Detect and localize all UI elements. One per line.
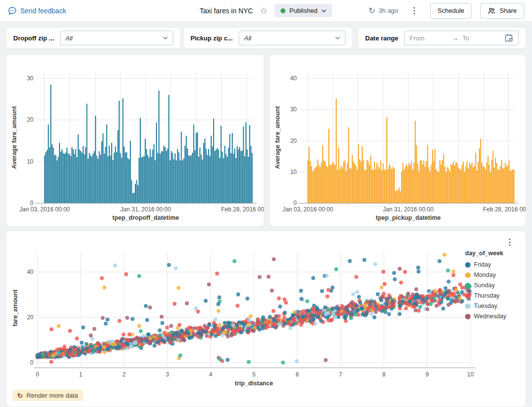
legend-label: Tuesday: [474, 303, 497, 309]
legend-dot-icon: [465, 293, 470, 299]
svg-text:4: 4: [209, 371, 213, 378]
legend-dot-icon: [465, 283, 470, 288]
svg-text:2: 2: [123, 371, 126, 378]
svg-text:Feb 28, 2016 00:00: Feb 28, 2016 00:00: [483, 206, 526, 213]
svg-text:1: 1: [79, 371, 83, 378]
svg-text:Average fare_amount: Average fare_amount: [11, 105, 18, 169]
schedule-button-label: Schedule: [438, 7, 464, 14]
legend-item-friday[interactable]: Friday: [465, 261, 506, 268]
date-from-placeholder: From: [409, 34, 447, 42]
legend-title: day_of_week: [465, 250, 506, 257]
legend-item-wednesday[interactable]: Wednesday: [465, 313, 506, 320]
legend-item-monday[interactable]: Monday: [465, 271, 506, 278]
render-more-label: Render more data: [27, 392, 78, 399]
chevron-down-icon: [321, 9, 326, 12]
svg-text:10: 10: [290, 169, 297, 175]
speech-bubble-icon: [8, 6, 17, 15]
star-icon[interactable]: ☆: [260, 6, 268, 15]
legend-item-thursday[interactable]: Thursday: [465, 292, 506, 299]
top-bar-right: ↻ 3h ago ⋮ Schedule Share: [332, 3, 524, 19]
svg-text:20: 20: [27, 116, 34, 123]
svg-text:Jan 31, 2016 00:00: Jan 31, 2016 00:00: [383, 206, 434, 213]
share-button[interactable]: Share: [480, 3, 524, 19]
svg-text:30: 30: [27, 75, 34, 82]
date-range-input[interactable]: From → To: [404, 31, 519, 45]
overflow-menu-icon[interactable]: ⋮: [407, 6, 421, 15]
svg-text:10: 10: [467, 371, 474, 378]
legend-label: Sunday: [474, 282, 495, 289]
legend-label: Friday: [474, 261, 491, 268]
svg-text:0: 0: [30, 200, 33, 206]
top-bar: Send feedback Taxi fares in NYC ☆ Publis…: [0, 0, 532, 22]
pickup-filter-value: All: [244, 34, 335, 42]
scatter-chart-menu-icon[interactable]: ⋮: [502, 238, 517, 246]
dropoff-bar-chart: 0102030Jan 03, 2016 00:00Jan 31, 2016 00…: [6, 55, 264, 226]
dropoff-chart-card: 0102030Jan 03, 2016 00:00Jan 31, 2016 00…: [6, 54, 264, 227]
pickup-bar-chart: 010203040Jan 03, 2016 00:00Jan 31, 2016 …: [270, 55, 526, 226]
legend-item-tuesday[interactable]: Tuesday: [465, 303, 506, 309]
svg-text:8: 8: [382, 371, 386, 378]
calendar-icon: [504, 34, 513, 42]
svg-text:Average fare_amount: Average fare_amount: [274, 105, 281, 169]
svg-text:tpep_pickup_datetime: tpep_pickup_datetime: [376, 214, 441, 221]
svg-text:0: 0: [30, 359, 33, 366]
svg-text:3: 3: [166, 371, 169, 378]
svg-text:20: 20: [27, 314, 34, 321]
svg-text:40: 40: [27, 269, 34, 275]
svg-text:Feb 28, 2016 00:00: Feb 28, 2016 00:00: [221, 206, 264, 213]
refresh-icon: ↻: [369, 7, 375, 15]
last-refresh-time: 3h ago: [378, 7, 398, 14]
publish-status-dropdown[interactable]: Published: [275, 4, 332, 17]
scatter-chart-card: ⋮ 01234567891002040trip_distancefare_amo…: [6, 231, 526, 407]
legend-label: Wednesday: [474, 313, 506, 320]
svg-text:7: 7: [339, 371, 343, 378]
render-more-data-button[interactable]: ↻ Render more data: [12, 390, 83, 401]
svg-text:0: 0: [36, 371, 39, 378]
dropoff-filter-value: All: [65, 34, 163, 42]
svg-text:Jan 03, 2016 00:00: Jan 03, 2016 00:00: [282, 206, 333, 213]
send-feedback-link[interactable]: Send feedback: [8, 6, 66, 15]
svg-text:5: 5: [252, 371, 256, 378]
share-button-label: Share: [500, 7, 517, 14]
scatter-chart: 01234567891002040trip_distancefare_amoun…: [6, 231, 526, 407]
svg-text:30: 30: [290, 106, 297, 113]
svg-text:Jan 03, 2016 00:00: Jan 03, 2016 00:00: [19, 206, 70, 213]
page-title: Taxi fares in NYC: [200, 7, 253, 15]
refresh-status[interactable]: ↻ 3h ago: [369, 7, 398, 15]
legend-dot-icon: [465, 314, 470, 319]
date-to-placeholder: To: [463, 34, 501, 42]
legend-dot-icon: [465, 262, 470, 268]
svg-text:Jan 31, 2016 00:00: Jan 31, 2016 00:00: [121, 206, 171, 213]
svg-text:10: 10: [27, 158, 34, 165]
legend-item-sunday[interactable]: Sunday: [465, 282, 506, 289]
scatter-legend: day_of_weekFridayMondaySundayThursdayTue…: [465, 250, 506, 323]
svg-text:trip_distance: trip_distance: [235, 380, 273, 387]
legend-dot-icon: [465, 272, 470, 278]
status-dot-icon: [281, 8, 285, 13]
date-range-filter-card: Date range From → To: [358, 27, 526, 49]
chevron-down-icon: [163, 36, 168, 39]
svg-text:6: 6: [296, 371, 299, 378]
refresh-icon: ↻: [17, 392, 23, 399]
pickup-filter-card: Pickup zip c... All: [183, 27, 353, 49]
schedule-button[interactable]: Schedule: [430, 3, 471, 19]
svg-text:fare_amount: fare_amount: [12, 289, 19, 327]
svg-text:tpep_dropoff_datetime: tpep_dropoff_datetime: [112, 214, 179, 221]
people-icon: [488, 7, 496, 15]
publish-status-label: Published: [289, 7, 317, 14]
legend-label: Thursday: [474, 292, 500, 299]
svg-text:9: 9: [426, 371, 429, 378]
legend-label: Monday: [474, 271, 496, 278]
range-arrow-icon: →: [452, 34, 459, 42]
svg-text:20: 20: [290, 137, 297, 144]
svg-text:0: 0: [293, 200, 297, 206]
top-bar-center: Taxi fares in NYC ☆ Published: [200, 4, 332, 17]
svg-text:40: 40: [290, 75, 297, 82]
send-feedback-label: Send feedback: [20, 7, 66, 15]
legend-dot-icon: [465, 304, 470, 309]
chevron-down-icon: [335, 36, 340, 39]
top-bar-left: Send feedback: [8, 6, 200, 15]
pickup-filter-select[interactable]: All: [239, 31, 345, 45]
dropoff-filter-card: Dropoff zip ... All: [6, 27, 181, 49]
dropoff-filter-select[interactable]: All: [60, 31, 173, 45]
